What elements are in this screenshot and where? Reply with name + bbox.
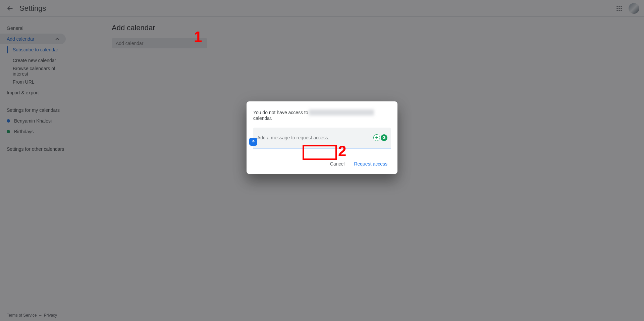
lightbulb-glyph: ✦ xyxy=(375,135,378,140)
annotation-number-1: 1 xyxy=(194,29,202,45)
extension-badge-left[interactable] xyxy=(249,138,257,146)
extension-badges-right: ✦ G xyxy=(373,134,387,141)
diamond-up-icon xyxy=(251,139,256,144)
grammarly-glyph: G xyxy=(382,135,385,140)
dialog-message-suffix: calendar. xyxy=(253,116,272,121)
grammarly-icon[interactable]: G xyxy=(381,134,387,141)
annotation-box-2 xyxy=(303,145,337,160)
dialog-message: You do not have access to calendar. xyxy=(253,109,391,121)
lightbulb-icon[interactable]: ✦ xyxy=(373,134,380,141)
modal-scrim: You do not have access to calendar. ✦ G … xyxy=(0,0,644,321)
request-message-input[interactable] xyxy=(257,135,387,140)
obscured-email xyxy=(309,109,374,116)
request-access-dialog: You do not have access to calendar. ✦ G … xyxy=(247,101,397,174)
annotation-number-2: 2 xyxy=(338,143,346,159)
request-access-button[interactable]: Request access xyxy=(351,158,391,169)
dialog-message-prefix: You do not have access to xyxy=(253,110,308,115)
